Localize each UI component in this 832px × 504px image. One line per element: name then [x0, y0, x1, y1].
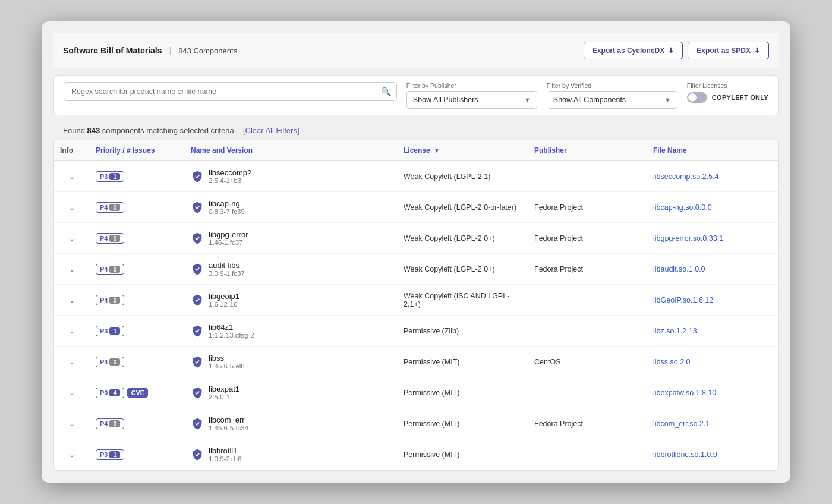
- th-filename[interactable]: File Name: [647, 146, 778, 155]
- expand-cell[interactable]: ⌄: [54, 383, 90, 403]
- expand-cell[interactable]: ⌄: [54, 445, 90, 465]
- license-cell: Permissive (MIT): [398, 414, 528, 434]
- issues-count: 1: [109, 451, 120, 458]
- component-version: 1.46-1.fc37: [209, 239, 248, 246]
- publisher-text: Fedora Project: [534, 203, 583, 212]
- license-text: Weak Copyleft (ISC AND LGPL-2.1+): [404, 292, 509, 308]
- verified-filter-select[interactable]: Show All Components ▼: [547, 91, 677, 109]
- export-spdx-label: Export as SPDX: [697, 46, 751, 55]
- expand-cell[interactable]: ⌄: [54, 414, 90, 434]
- header-divider: |: [169, 46, 171, 55]
- priority-cell: P4 0: [90, 289, 185, 311]
- export-cyclonedx-button[interactable]: Export as CycloneDX ⬇: [584, 42, 683, 59]
- filename-cell: libaudit.so.1.0.0: [647, 259, 778, 279]
- publisher-filter-group: Filter by Publisher Show All Publishers …: [406, 82, 537, 109]
- shield-icon: [191, 232, 204, 245]
- priority-cell: P4 0: [90, 258, 185, 281]
- shield-icon: [191, 448, 204, 461]
- filename-link[interactable]: libss.so.2.0: [653, 358, 691, 366]
- download-icon: ⬇: [668, 46, 674, 55]
- expand-cell[interactable]: ⌄: [54, 290, 90, 310]
- filename-link[interactable]: libcap-ng.so.0.0.0: [653, 203, 712, 212]
- table-row: ⌄ P4 0 libcap-ng: [54, 192, 778, 223]
- priority-cell: P3 1: [90, 320, 185, 342]
- export-spdx-button[interactable]: Export as SPDX ⬇: [688, 42, 769, 59]
- shield-icon: [191, 355, 204, 368]
- filename-link[interactable]: libseccomp.so.2.5.4: [653, 172, 718, 181]
- name-version: audit-libs 3.0.9-1.fc37: [209, 261, 245, 277]
- license-toggle[interactable]: [687, 92, 707, 103]
- filename-link[interactable]: libaudit.so.1.0.0: [653, 265, 705, 273]
- export-buttons: Export as CycloneDX ⬇ Export as SPDX ⬇: [584, 42, 769, 59]
- chevron-down-icon-verified: ▼: [664, 96, 671, 103]
- filename-link[interactable]: libexpatw.so.1.8.10: [653, 389, 716, 397]
- component-version: 1.45.6-5.el8: [209, 363, 245, 370]
- expand-cell[interactable]: ⌄: [54, 352, 90, 372]
- filename-link[interactable]: libz.so.1.2.13: [653, 327, 697, 335]
- filename-link[interactable]: libgpg-error.so.0.33.1: [653, 234, 723, 242]
- table-body: ⌄ P3 1 libseccomp: [54, 161, 778, 470]
- license-cell: Weak Copyleft (LGPL-2.0-or-later): [398, 197, 528, 218]
- chevron-down-icon: ▼: [524, 96, 531, 103]
- th-license[interactable]: License ▼: [398, 146, 528, 155]
- priority-badge: P4 0: [96, 202, 124, 213]
- publisher-cell: Fedora Project: [528, 228, 647, 248]
- expand-cell[interactable]: ⌄: [54, 259, 90, 279]
- license-text: Weak Copyleft (LGPL-2.1): [404, 172, 490, 181]
- th-publisher[interactable]: Publisher: [528, 146, 647, 155]
- filename-link[interactable]: libGeoIP.so.1.6.12: [653, 296, 713, 304]
- expand-cell[interactable]: ⌄: [54, 321, 90, 341]
- priority-label: P3: [100, 327, 108, 335]
- publisher-text: Fedora Project: [534, 234, 583, 242]
- publisher-filter-select[interactable]: Show All Publishers ▼: [406, 91, 537, 109]
- th-priority[interactable]: Priority / # Issues: [90, 146, 185, 155]
- license-filter-label: Filter Licenses: [687, 82, 768, 89]
- component-version: 3.0.9-1.fc37: [209, 270, 245, 277]
- publisher-filter-value: Show All Publishers: [413, 96, 478, 104]
- priority-cell: P3 1: [90, 165, 185, 188]
- issues-count: 1: [109, 173, 120, 180]
- priority-badge: P4 0: [96, 233, 124, 244]
- table-row: ⌄ P4 0 libcom_err: [54, 408, 778, 439]
- table-container: Info Priority / # Issues Name and Versio…: [53, 140, 779, 471]
- name-version: lib64z1 1:1.2.13.dfsg-2: [209, 323, 254, 339]
- license-toggle-row: COPYLEFT ONLY: [687, 92, 768, 103]
- filename-cell: libgpg-error.so.0.33.1: [647, 228, 778, 248]
- license-cell: Weak Copyleft (ISC AND LGPL-2.1+): [398, 286, 528, 314]
- component-name: libseccomp2: [209, 168, 251, 177]
- priority-cell: P0 4 CVE: [90, 382, 185, 404]
- table-row: ⌄ P4 0 libss: [54, 346, 778, 377]
- component-version: 2.5.0-1: [209, 393, 239, 401]
- header-bar: Software Bill of Materials | 843 Compone…: [53, 33, 779, 68]
- publisher-cell: [528, 294, 647, 306]
- chevron-right-icon: ⌄: [69, 420, 75, 428]
- name-cell: libgeoip1 1.6.12-10: [185, 286, 398, 314]
- shield-icon: [191, 417, 204, 430]
- expand-cell[interactable]: ⌄: [54, 166, 90, 187]
- publisher-cell: [528, 171, 647, 182]
- publisher-text: Fedora Project: [534, 420, 583, 428]
- filename-link[interactable]: libbrotlienc.so.1.0.9: [653, 451, 717, 459]
- name-cell: libgpg-error 1.46-1.fc37: [185, 224, 398, 252]
- license-toggle-label: COPYLEFT ONLY: [712, 94, 768, 101]
- filename-link[interactable]: libcom_err.so.2.1: [653, 420, 710, 428]
- filename-cell: libcom_err.so.2.1: [647, 414, 778, 434]
- issues-count: 0: [109, 297, 120, 304]
- priority-badge: P4 0: [96, 295, 124, 305]
- license-filter-group: Filter Licenses COPYLEFT ONLY: [687, 82, 768, 103]
- component-version: 0.8.3-7.fc39: [209, 208, 245, 215]
- name-version: libexpat1 2.5.0-1: [209, 385, 239, 401]
- publisher-filter-label: Filter by Publisher: [406, 82, 537, 89]
- download-icon-spdx: ⬇: [754, 46, 760, 55]
- issues-count: 0: [109, 266, 120, 273]
- expand-cell[interactable]: ⌄: [54, 197, 90, 218]
- clear-filters-link[interactable]: [Clear All Filters]: [243, 126, 300, 135]
- toggle-knob: [688, 93, 697, 102]
- license-cell: Permissive (MIT): [398, 445, 528, 465]
- expand-cell[interactable]: ⌄: [54, 228, 90, 248]
- search-input[interactable]: [64, 82, 397, 101]
- publisher-cell: Fedora Project: [528, 197, 647, 218]
- th-name[interactable]: Name and Version: [185, 146, 398, 155]
- search-icon: 🔍: [381, 87, 391, 96]
- shield-icon: [191, 386, 204, 399]
